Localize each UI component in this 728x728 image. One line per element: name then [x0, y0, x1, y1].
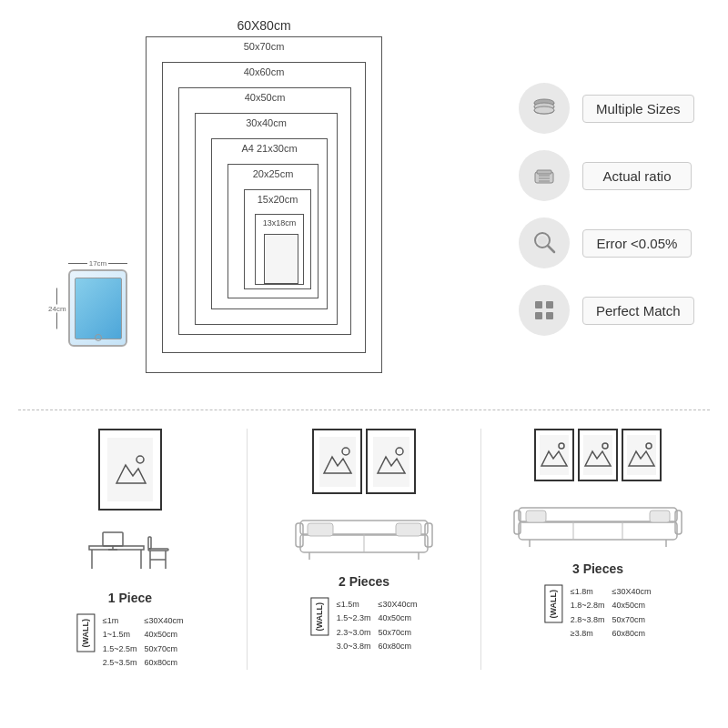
label-50x70: 50x70cm: [244, 41, 285, 52]
svg-rect-25: [148, 537, 151, 549]
wall-table-2: (WALL) ≤1.5m1.5~2.3m2.3~3.0m3.0~3.8m ≤30…: [310, 598, 417, 653]
multiple-sizes-label: Multiple Sizes: [582, 95, 694, 123]
bottom-section: 1 Piece (WALL) ≤1m1~1.5m1.5~2.5m2.5~3.5m…: [0, 410, 728, 688]
svg-rect-15: [107, 438, 153, 501]
label-15x20: 15x20cm: [258, 194, 298, 205]
tablet-height-label: 24cm: [48, 304, 66, 312]
svg-rect-53: [519, 521, 677, 540]
piece-section-2: 2 Pieces (WALL) ≤1.5m1.5~2.3m2.3~3.0m3.0…: [252, 429, 476, 670]
features-panel: Multiple Sizes Actual ratio: [510, 18, 710, 400]
label-40x50: 40x50cm: [245, 92, 286, 103]
svg-rect-62: [650, 511, 670, 522]
furniture-sofa-2: [252, 507, 476, 561]
wall-data-col1-3: ≤1.8m1.8~2.8m2.8~3.8m≥3.8m: [571, 585, 605, 641]
svg-rect-42: [308, 523, 333, 536]
top-section: 60X80cm 50x70cm 40x60cm 40x50cm 30x40cm …: [0, 0, 728, 410]
art-image-2b: [373, 437, 410, 487]
svg-line-10: [548, 246, 554, 252]
svg-rect-32: [373, 437, 410, 487]
feature-actual-ratio: Actual ratio: [519, 150, 710, 201]
perfect-match-icon-circle: [519, 285, 570, 336]
piece-section-1: 1 Piece (WALL) ≤1m1~1.5m1.5~2.5m2.5~3.5m…: [18, 429, 242, 670]
svg-rect-44: [540, 435, 569, 475]
art-image-3a: [540, 435, 569, 475]
art-frame-single: [98, 429, 162, 511]
svg-rect-21: [103, 532, 123, 546]
divider-2-3: [480, 429, 481, 670]
svg-rect-61: [526, 511, 546, 522]
feature-perfect-match: Perfect Match: [519, 285, 710, 336]
actual-ratio-label: Actual ratio: [582, 162, 692, 190]
actual-ratio-icon-circle: [519, 150, 570, 201]
art-frame-3c: [622, 429, 662, 481]
piece-title-3: 3 Pieces: [572, 561, 623, 576]
label-40x60: 40x60cm: [244, 66, 285, 77]
tablet-icon: [68, 269, 127, 347]
sizes-diagram: 60X80cm 50x70cm 40x60cm 40x50cm 30x40cm …: [18, 18, 510, 400]
label-30x40: 30x40cm: [246, 117, 287, 128]
feature-error: Error <0.05%: [519, 217, 710, 268]
artwork-preview-1: [98, 429, 162, 511]
art-image-1: [107, 438, 153, 501]
svg-rect-14: [546, 312, 553, 319]
art-frame-2b: [366, 429, 416, 494]
wall-data-col1-1: ≤1m1~1.5m1.5~2.5m2.5~3.5m: [103, 614, 137, 670]
tablet-area: 17cm 24cm: [68, 259, 127, 347]
label-a4: A4 21x30cm: [241, 143, 297, 154]
furniture-desk-chair: [18, 523, 242, 578]
svg-point-9: [538, 236, 547, 245]
coins-icon: [530, 94, 559, 123]
wall-label-3: (WALL): [544, 585, 562, 623]
tablet-width-label: 17cm: [87, 259, 109, 268]
piece-title-2: 2 Pieces: [339, 574, 389, 589]
roll-icon: [530, 161, 559, 190]
art-frame-3b: [578, 429, 618, 481]
art-image-3c: [627, 435, 656, 475]
furniture-sofa-3: [486, 494, 710, 549]
svg-rect-13: [535, 312, 542, 319]
svg-rect-50: [627, 435, 656, 475]
magnifier-icon: [530, 228, 559, 258]
box-13x18: [264, 234, 298, 284]
perfect-match-label: Perfect Match: [582, 297, 694, 325]
wall-label-2: (WALL): [310, 598, 329, 636]
art-image-2a: [319, 437, 356, 487]
wall-data-col2-1: ≤30X40cm40x50cm50x70cm60x80cm: [145, 614, 184, 670]
error-label: Error <0.05%: [582, 229, 692, 258]
svg-rect-47: [583, 435, 612, 475]
piece-section-3: 3 Pieces (WALL) ≤1.8m1.8~2.8m2.8~3.8m≥3.…: [486, 429, 710, 670]
svg-rect-43: [396, 523, 421, 536]
artwork-preview-2: [312, 429, 416, 494]
svg-rect-29: [319, 437, 356, 487]
wall-data-col2-3: ≤30X40cm40x50cm50x70cm60x80cm: [612, 585, 652, 641]
wall-table-1: (WALL) ≤1m1~1.5m1.5~2.5m2.5~3.5m ≤30X40c…: [76, 614, 183, 670]
wall-data-col1-2: ≤1.5m1.5~2.3m2.3~3.0m3.0~3.8m: [337, 598, 371, 653]
grid-icon: [530, 296, 559, 325]
piece-title-1: 1 Piece: [108, 591, 152, 605]
label-20x25: 20x25cm: [253, 168, 294, 179]
art-frame-3a: [534, 429, 574, 481]
sofa-3-svg: [511, 494, 684, 549]
sofa-2-svg: [291, 507, 437, 561]
multiple-sizes-icon-circle: [519, 83, 570, 134]
svg-point-2: [534, 106, 554, 114]
desk-chair-svg: [85, 523, 176, 578]
feature-multiple-sizes: Multiple Sizes: [519, 83, 710, 134]
label-13x18: 13x18cm: [263, 218, 297, 228]
divider-1-2: [247, 429, 248, 670]
svg-rect-4: [537, 170, 551, 174]
wall-table-3: (WALL) ≤1.8m1.8~2.8m2.8~3.8m≥3.8m ≤30X40…: [544, 585, 651, 641]
svg-rect-12: [546, 301, 553, 308]
svg-rect-24: [148, 549, 168, 551]
main-size-label: 60X80cm: [237, 18, 290, 33]
wall-label-1: (WALL): [76, 614, 95, 652]
artwork-preview-3: [534, 429, 662, 481]
error-icon-circle: [519, 217, 570, 268]
svg-rect-11: [535, 301, 542, 308]
wall-data-col2-2: ≤30X40cm40x50cm50x70cm60x80cm: [379, 598, 418, 653]
art-image-3b: [583, 435, 612, 475]
art-frame-2a: [312, 429, 362, 494]
